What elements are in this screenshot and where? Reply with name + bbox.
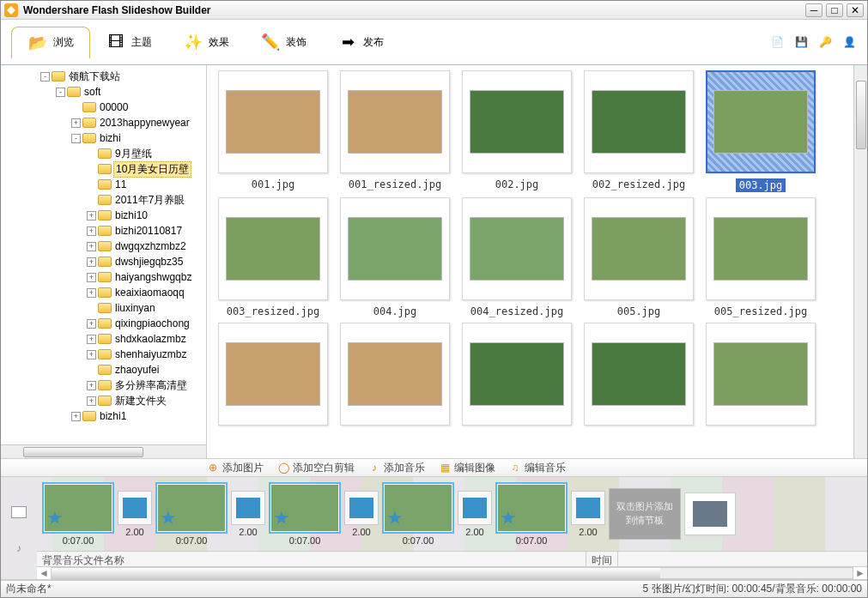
thumbnails-vertical-scrollbar[interactable] — [853, 65, 867, 458]
key-icon[interactable]: 🔑 — [817, 34, 833, 50]
timeline-photo-item[interactable]: ★0:07.00 — [382, 482, 454, 546]
tab-效果[interactable]: ✨效果 — [167, 27, 245, 58]
thumbnail-item[interactable]: 005_resized.jpg — [705, 197, 816, 317]
add-music-button[interactable]: ♪添加音乐 — [368, 461, 425, 475]
thumbnail-item[interactable]: 004_resized.jpg — [461, 197, 573, 317]
tree-expand-icon[interactable]: + — [87, 273, 96, 282]
timeline-blank-item[interactable] — [684, 492, 736, 535]
tree-node[interactable]: liuxinyan — [1, 300, 206, 316]
timeline-trans-item[interactable]: 2.00 — [231, 491, 265, 537]
tree-node[interactable]: +qixingpiaochong — [1, 316, 206, 331]
tree-node[interactable]: -bizhi — [1, 130, 206, 146]
user-icon[interactable]: 👤 — [841, 34, 857, 50]
document-icon[interactable]: 📄 — [769, 34, 785, 50]
tree-expand-icon[interactable]: + — [87, 227, 96, 236]
duration-label: 2.00 — [352, 527, 370, 537]
add-blank-clip-button[interactable]: ◯添加空白剪辑 — [277, 461, 355, 475]
tree-node[interactable]: zhaoyufei — [1, 362, 206, 378]
thumbnail-item[interactable] — [217, 323, 329, 431]
maximize-button[interactable]: □ — [826, 3, 843, 17]
tree-node-label: haiyangshwgqbz — [113, 271, 193, 283]
tree-node[interactable]: +bizhi10 — [1, 208, 206, 223]
tree-node[interactable]: 9月壁纸 — [1, 146, 206, 161]
tree-node[interactable]: +新建文件夹 — [1, 393, 206, 408]
thumbnail-grid[interactable]: 001.jpg001_resized.jpg002.jpg002_resized… — [207, 65, 867, 458]
thumbnail-item[interactable]: 004.jpg — [339, 197, 451, 317]
tree-expand-icon[interactable]: + — [87, 242, 96, 251]
tree-expand-icon[interactable]: + — [87, 257, 96, 267]
timeline-trans-item[interactable]: 2.00 — [118, 491, 152, 537]
thumbnail-item[interactable]: 001_resized.jpg — [339, 70, 451, 192]
tree-node[interactable]: +bizhi20110817 — [1, 223, 206, 239]
tree-node[interactable]: +haiyangshwgqbz — [1, 269, 206, 285]
thumbnail-item[interactable]: 002.jpg — [461, 70, 573, 192]
thumbnail-item[interactable]: 003.jpg — [705, 70, 816, 192]
tree-node[interactable]: +dwshjiegqbz35 — [1, 254, 206, 269]
thumbnail-filename: 001_resized.jpg — [349, 178, 441, 190]
thumbnail-filename: 004.jpg — [373, 305, 417, 317]
edit-music-button[interactable]: ♫编辑音乐 — [509, 461, 566, 475]
tab-浏览[interactable]: 📂浏览 — [11, 27, 90, 58]
thumbnail-item[interactable]: 003_resized.jpg — [217, 197, 329, 317]
timeline-photo-item[interactable]: ★0:07.00 — [495, 482, 568, 546]
tree-node[interactable]: +shenhaiyuzmbz — [1, 347, 206, 362]
thumbnail-item[interactable]: 002_resized.jpg — [583, 70, 695, 192]
tab-装饰[interactable]: ✏️装饰 — [245, 27, 322, 58]
minimize-button[interactable]: ─ — [805, 3, 822, 17]
timeline-trans-item[interactable]: 2.00 — [571, 491, 605, 537]
close-button[interactable]: ✕ — [847, 3, 864, 17]
tab-主题[interactable]: 🎞主题 — [90, 27, 167, 58]
tree-expand-icon[interactable]: - — [71, 134, 81, 143]
timeline-trans-item[interactable]: 2.00 — [458, 491, 492, 537]
tree-expand-icon[interactable]: + — [71, 118, 81, 128]
save-icon[interactable]: 💾 — [793, 34, 809, 50]
tree-node[interactable]: 2011年7月养眼 — [1, 192, 206, 208]
tree-node[interactable]: +dwgqxzhzmbz2 — [1, 239, 206, 254]
folder-tree[interactable]: -领航下载站-soft00000+2013happynewyear-bizhi9… — [1, 69, 206, 424]
tree-horizontal-scrollbar[interactable] — [1, 444, 206, 458]
thumbnail-item[interactable]: 001.jpg — [217, 70, 329, 192]
tree-node-label: shdxkaolazmbz — [113, 333, 188, 345]
thumbnail-item[interactable] — [705, 323, 816, 431]
thumbnail-item[interactable]: 005.jpg — [583, 197, 695, 317]
tree-node[interactable]: +shdxkaolazmbz — [1, 331, 206, 347]
thumbnail-item[interactable] — [339, 323, 451, 431]
thumbnail-item[interactable] — [461, 323, 573, 431]
timeline-horizontal-scrollbar[interactable]: ◄► — [37, 566, 867, 579]
tree-expand-icon[interactable]: + — [87, 381, 96, 390]
timeline-audio-track-icon[interactable]: ♪ — [16, 542, 21, 554]
tree-expand-icon — [87, 304, 96, 313]
timeline-trans-item[interactable]: 2.00 — [344, 491, 379, 537]
tree-expand-icon[interactable]: + — [87, 350, 96, 359]
timeline-photo-item[interactable]: ★0:07.00 — [155, 482, 228, 546]
tree-node[interactable]: -领航下载站 — [1, 69, 206, 84]
tree-node[interactable]: 10月美女日历壁 — [1, 161, 206, 177]
storyboard-row[interactable]: ★0:07.002.00★0:07.002.00★0:07.002.00★0:0… — [37, 477, 867, 551]
timeline-photo-item[interactable]: ★0:07.00 — [269, 482, 341, 546]
tree-expand-icon[interactable]: - — [40, 72, 50, 82]
timeline-video-track-icon[interactable] — [11, 506, 27, 518]
tab-label: 发布 — [363, 35, 384, 50]
tree-expand-icon[interactable]: + — [87, 319, 96, 329]
tree-node[interactable]: +2013happynewyear — [1, 115, 206, 130]
folder-icon — [98, 365, 112, 375]
thumbnail-item[interactable] — [583, 323, 695, 431]
tree-node[interactable]: +keaixiaomaoqq — [1, 285, 206, 300]
tree-expand-icon[interactable]: + — [87, 335, 96, 344]
tree-node[interactable]: +多分辨率高清壁 — [1, 378, 206, 393]
tree-expand-icon[interactable]: + — [71, 412, 81, 421]
tree-expand-icon[interactable]: + — [87, 288, 96, 298]
tree-expand-icon[interactable]: + — [87, 396, 96, 406]
thumbnail-image — [470, 90, 564, 154]
tree-expand-icon[interactable]: - — [56, 88, 65, 97]
tree-node[interactable]: +bizhi1 — [1, 408, 206, 424]
tree-node[interactable]: 00000 — [1, 100, 206, 115]
edit-image-button[interactable]: ▦编辑图像 — [439, 461, 495, 475]
tab-发布[interactable]: ➡发布 — [322, 27, 399, 58]
tree-expand-icon[interactable]: + — [87, 211, 96, 220]
add-photo-button[interactable]: ⊕添加图片 — [207, 461, 264, 475]
timeline-drop-item[interactable]: 双击图片添加到情节板 — [609, 488, 681, 540]
tree-node[interactable]: -soft — [1, 84, 206, 100]
timeline-photo-item[interactable]: ★0:07.00 — [42, 482, 114, 546]
tree-node[interactable]: 11 — [1, 177, 206, 192]
